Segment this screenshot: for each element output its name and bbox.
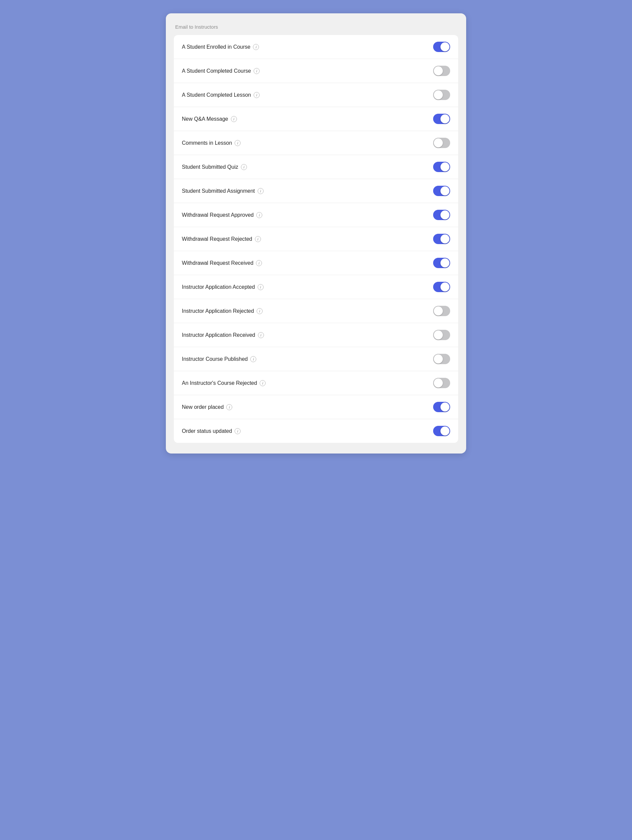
setting-row-withdrawal-request-received: Withdrawal Request Receivedi: [174, 251, 458, 275]
info-icon-instructor-application-rejected[interactable]: i: [257, 308, 263, 314]
toggle-track-instructor-application-accepted: [433, 282, 450, 292]
toggle-withdrawal-request-rejected[interactable]: [433, 234, 450, 244]
setting-row-instructor-application-rejected: Instructor Application Rejectedi: [174, 299, 458, 323]
toggle-thumb-order-status-updated: [440, 426, 450, 436]
info-icon-withdrawal-request-received[interactable]: i: [256, 260, 262, 266]
toggle-instructors-course-rejected[interactable]: [433, 378, 450, 388]
toggle-instructor-application-accepted[interactable]: [433, 282, 450, 292]
toggle-comments-in-lesson[interactable]: [433, 138, 450, 148]
toggle-thumb-student-submitted-quiz: [440, 163, 450, 171]
toggle-thumb-student-enrolled: [440, 43, 450, 51]
toggle-student-completed-lesson[interactable]: [433, 90, 450, 100]
setting-row-student-completed-course: A Student Completed Coursei: [174, 59, 458, 83]
toggle-student-enrolled[interactable]: [433, 42, 450, 52]
info-icon-student-submitted-quiz[interactable]: i: [241, 164, 247, 170]
toggle-order-status-updated[interactable]: [433, 426, 450, 436]
setting-label-group-instructor-course-published: Instructor Course Publishedi: [182, 356, 256, 362]
toggle-thumb-student-submitted-assignment: [440, 186, 450, 196]
info-icon-student-submitted-assignment[interactable]: i: [258, 188, 264, 194]
toggle-thumb-instructors-course-rejected: [434, 379, 443, 387]
setting-label-comments-in-lesson: Comments in Lesson: [182, 140, 232, 146]
toggle-student-submitted-assignment[interactable]: [433, 186, 450, 196]
info-icon-withdrawal-request-rejected[interactable]: i: [255, 236, 261, 242]
setting-label-group-comments-in-lesson: Comments in Lessoni: [182, 140, 241, 146]
setting-row-comments-in-lesson: Comments in Lessoni: [174, 131, 458, 155]
toggle-track-new-order-placed: [433, 402, 450, 412]
setting-label-student-completed-lesson: A Student Completed Lesson: [182, 92, 251, 98]
setting-label-instructor-application-received: Instructor Application Received: [182, 332, 255, 338]
info-icon-comments-in-lesson[interactable]: i: [234, 140, 241, 146]
setting-label-group-order-status-updated: Order status updatedi: [182, 428, 241, 434]
toggle-thumb-student-completed-lesson: [434, 90, 443, 99]
info-icon-student-enrolled[interactable]: i: [253, 44, 259, 50]
toggle-withdrawal-request-approved[interactable]: [433, 210, 450, 220]
setting-label-group-student-submitted-quiz: Student Submitted Quizi: [182, 164, 247, 170]
toggle-thumb-comments-in-lesson: [434, 138, 443, 147]
toggle-instructor-course-published[interactable]: [433, 354, 450, 364]
setting-label-group-instructor-application-rejected: Instructor Application Rejectedi: [182, 308, 263, 314]
toggle-track-student-completed-course: [433, 66, 450, 76]
toggle-student-submitted-quiz[interactable]: [433, 162, 450, 172]
setting-label-instructor-application-rejected: Instructor Application Rejected: [182, 308, 254, 314]
setting-label-instructor-course-published: Instructor Course Published: [182, 356, 248, 362]
setting-row-student-enrolled: A Student Enrolled in Coursei: [174, 35, 458, 59]
toggle-thumb-new-qa-message: [440, 114, 450, 123]
toggle-new-order-placed[interactable]: [433, 402, 450, 412]
toggle-track-student-completed-lesson: [433, 90, 450, 100]
setting-label-group-withdrawal-request-approved: Withdrawal Request Approvedi: [182, 212, 262, 218]
toggle-instructor-application-received[interactable]: [433, 330, 450, 340]
toggle-track-instructors-course-rejected: [433, 378, 450, 388]
toggle-new-qa-message[interactable]: [433, 114, 450, 124]
toggle-track-withdrawal-request-rejected: [433, 234, 450, 244]
setting-row-instructor-course-published: Instructor Course Publishedi: [174, 347, 458, 371]
info-icon-new-qa-message[interactable]: i: [231, 116, 237, 122]
toggle-thumb-instructor-application-received: [434, 330, 443, 339]
toggle-withdrawal-request-received[interactable]: [433, 258, 450, 268]
toggle-track-instructor-application-rejected: [433, 306, 450, 316]
toggle-student-completed-course[interactable]: [433, 66, 450, 76]
setting-label-group-withdrawal-request-rejected: Withdrawal Request Rejectedi: [182, 236, 261, 242]
toggle-track-instructor-application-received: [433, 330, 450, 340]
info-icon-instructor-application-accepted[interactable]: i: [258, 284, 264, 290]
setting-label-group-new-qa-message: New Q&A Messagei: [182, 116, 237, 122]
setting-row-new-order-placed: New order placedi: [174, 395, 458, 419]
section-title: Email to Instructors: [174, 24, 458, 30]
toggle-thumb-withdrawal-request-approved: [440, 210, 450, 219]
toggle-track-student-submitted-assignment: [433, 186, 450, 196]
toggle-thumb-instructor-application-rejected: [434, 306, 443, 316]
setting-row-order-status-updated: Order status updatedi: [174, 419, 458, 443]
setting-row-instructors-course-rejected: An Instructor's Course Rejectedi: [174, 371, 458, 395]
toggle-thumb-instructor-application-accepted: [440, 283, 450, 291]
setting-label-student-completed-course: A Student Completed Course: [182, 68, 251, 74]
setting-label-order-status-updated: Order status updated: [182, 428, 232, 434]
setting-label-group-student-completed-course: A Student Completed Coursei: [182, 68, 260, 74]
setting-row-withdrawal-request-approved: Withdrawal Request Approvedi: [174, 203, 458, 227]
toggle-track-new-qa-message: [433, 114, 450, 124]
toggle-track-withdrawal-request-received: [433, 258, 450, 268]
setting-row-new-qa-message: New Q&A Messagei: [174, 107, 458, 131]
info-icon-student-completed-lesson[interactable]: i: [253, 92, 260, 98]
toggle-track-comments-in-lesson: [433, 138, 450, 148]
setting-label-group-student-enrolled: A Student Enrolled in Coursei: [182, 44, 259, 50]
setting-label-new-qa-message: New Q&A Message: [182, 116, 228, 122]
info-icon-order-status-updated[interactable]: i: [234, 428, 241, 434]
email-to-instructors-card: Email to Instructors A Student Enrolled …: [166, 13, 466, 453]
toggle-thumb-withdrawal-request-rejected: [440, 234, 450, 243]
toggle-track-withdrawal-request-approved: [433, 210, 450, 220]
toggle-thumb-student-completed-course: [434, 66, 443, 75]
setting-row-student-completed-lesson: A Student Completed Lessoni: [174, 83, 458, 107]
setting-label-group-student-submitted-assignment: Student Submitted Assignmenti: [182, 188, 264, 194]
toggle-thumb-new-order-placed: [440, 403, 450, 412]
toggle-thumb-instructor-course-published: [434, 354, 443, 363]
info-icon-student-completed-course[interactable]: i: [253, 68, 260, 74]
toggle-track-student-enrolled: [433, 42, 450, 52]
toggle-instructor-application-rejected[interactable]: [433, 306, 450, 316]
toggle-thumb-withdrawal-request-received: [440, 259, 450, 267]
info-icon-instructor-application-received[interactable]: i: [258, 332, 264, 338]
info-icon-instructor-course-published[interactable]: i: [250, 356, 256, 362]
info-icon-new-order-placed[interactable]: i: [226, 404, 232, 410]
setting-row-instructor-application-accepted: Instructor Application Acceptedi: [174, 275, 458, 299]
setting-row-withdrawal-request-rejected: Withdrawal Request Rejectedi: [174, 227, 458, 251]
info-icon-instructors-course-rejected[interactable]: i: [260, 380, 266, 386]
info-icon-withdrawal-request-approved[interactable]: i: [256, 212, 262, 218]
